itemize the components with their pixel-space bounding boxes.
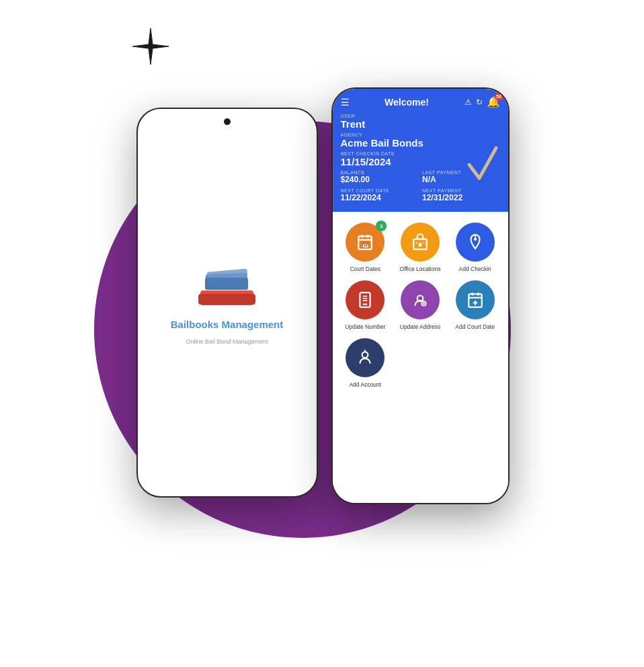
update-address-button[interactable] xyxy=(401,280,440,319)
app-header-top: ☰ Welcome! ⚠ ↻ 🔔 50 xyxy=(341,95,500,108)
update-address-icon xyxy=(411,291,429,309)
header-title: Welcome! xyxy=(385,97,429,108)
update-number-icon xyxy=(356,291,374,309)
left-phone: Bailbooks Management Online Bail Bond Ma… xyxy=(136,108,318,498)
balance-value: $240.00 xyxy=(341,175,419,184)
next-payment-date: 12/31/2022 xyxy=(422,193,500,202)
next-payment-cell: NEXT PAYMENT 12/31/2022 xyxy=(422,188,500,202)
user-name: Trent xyxy=(341,118,500,130)
checkmark-decoration xyxy=(466,141,499,188)
update-number-label: Update Number xyxy=(345,323,385,330)
court-dates-button[interactable]: 3 📅 xyxy=(346,223,385,262)
balance-label: BALANCE xyxy=(341,170,419,175)
action-court-dates: 3 📅 Court Dates xyxy=(342,223,389,272)
app-subtitle: Online Bail Bond Management xyxy=(186,338,268,345)
update-address-label: Update Address xyxy=(400,323,440,330)
action-update-address: Update Address xyxy=(397,280,444,330)
balance-cell: BALANCE $240.00 xyxy=(341,170,419,184)
add-account-label: Add Account xyxy=(349,381,381,388)
office-locations-button[interactable] xyxy=(401,223,440,262)
add-account-button[interactable] xyxy=(346,338,385,377)
update-number-button[interactable] xyxy=(346,280,385,319)
add-checkin-icon xyxy=(467,233,484,251)
svg-rect-16 xyxy=(360,292,370,307)
agency-label: AGENCY xyxy=(341,132,500,137)
svg-point-14 xyxy=(473,238,476,241)
court-dates-badge: 3 xyxy=(376,221,387,231)
app-body: 3 📅 Court Dates xyxy=(333,212,508,503)
add-court-date-label: Add Court Date xyxy=(455,323,495,330)
phone-notch xyxy=(224,118,231,125)
next-court-label: NEXT COURT DATE xyxy=(341,188,419,193)
next-court-cell: NEXT COURT DATE 11/22/2024 xyxy=(341,188,419,202)
user-row: USER Trent xyxy=(341,114,500,130)
notification-badge: 50 xyxy=(495,92,504,101)
action-office-locations: Office Locations xyxy=(397,223,444,272)
action-add-account: Add Account xyxy=(342,338,389,388)
next-payment-label: NEXT PAYMENT xyxy=(422,188,500,193)
add-account-icon xyxy=(356,349,374,366)
header-icons: ⚠ ↻ 🔔 50 xyxy=(465,95,500,108)
action-update-number: Update Number xyxy=(342,280,389,330)
add-checkin-button[interactable] xyxy=(456,223,495,262)
action-add-checkin: Add Checkin xyxy=(452,223,499,272)
svg-rect-3 xyxy=(205,278,248,290)
hamburger-icon[interactable]: ☰ xyxy=(341,97,350,108)
app-name: Bailbooks Management xyxy=(171,319,284,330)
add-court-date-button[interactable] xyxy=(456,280,495,319)
svg-rect-4 xyxy=(198,294,255,305)
user-label: USER xyxy=(341,114,500,118)
next-court-date: 11/22/2024 xyxy=(341,193,419,202)
action-add-court-date: Add Court Date xyxy=(452,280,499,330)
svg-text:📅: 📅 xyxy=(362,241,369,248)
sparkle-icon xyxy=(131,27,170,74)
notification-bell[interactable]: 🔔 50 xyxy=(487,95,500,108)
court-dates-icon: 📅 xyxy=(356,233,374,251)
action-grid: 3 📅 Court Dates xyxy=(342,223,499,388)
add-court-date-icon xyxy=(467,291,484,309)
alert-icon[interactable]: ⚠ xyxy=(465,97,472,107)
svg-rect-11 xyxy=(419,243,421,246)
add-checkin-label: Add Checkin xyxy=(459,266,491,272)
svg-point-31 xyxy=(362,352,368,358)
office-locations-icon xyxy=(411,233,429,251)
logo-area: Bailbooks Management Online Bail Bond Ma… xyxy=(171,260,284,345)
refresh-icon[interactable]: ↻ xyxy=(476,97,483,107)
court-dates-label: Court Dates xyxy=(350,266,380,272)
bailbooks-icon xyxy=(195,260,259,311)
office-locations-label: Office Locations xyxy=(400,266,441,272)
